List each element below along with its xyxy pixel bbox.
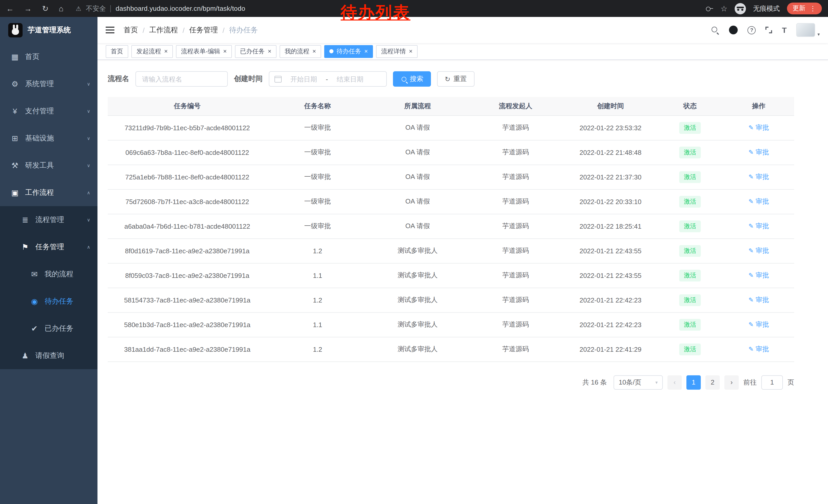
sidebar-item-process-manage[interactable]: ≣流程管理∨ (0, 206, 97, 233)
approve-link[interactable]: ✎审批 (748, 246, 769, 255)
goto-page-input[interactable] (761, 375, 783, 390)
close-icon[interactable]: × (313, 48, 316, 54)
breadcrumb-item[interactable]: 任务管理 (189, 26, 218, 35)
date-range-picker[interactable]: - (269, 71, 387, 87)
page-size-select[interactable]: 10条/页 ▾ (614, 375, 663, 390)
bookmark-star-icon[interactable]: ☆ (720, 4, 728, 13)
tab-item[interactable]: 流程详情× (376, 45, 418, 58)
calendar-icon (275, 76, 282, 82)
edit-icon: ✎ (748, 321, 754, 328)
close-icon[interactable]: × (364, 48, 368, 54)
close-icon[interactable]: × (223, 48, 227, 54)
hamburger-icon[interactable] (106, 27, 114, 33)
sidebar-item-devtools[interactable]: ⚒研发工具∨ (0, 152, 97, 179)
close-icon[interactable]: × (164, 48, 168, 54)
warning-icon: ⚠ (76, 5, 81, 12)
page-button-1[interactable]: 1 (687, 375, 701, 390)
start-date-input[interactable] (285, 75, 323, 83)
cell-status: 激活 (657, 337, 723, 362)
task-table: 任务编号任务名称所属流程流程发起人创建时间状态操作 73211d9d-7b9b-… (108, 97, 794, 362)
sidebar-item-payment[interactable]: ¥支付管理∨ (0, 97, 97, 125)
home-icon[interactable]: ⌂ (59, 4, 64, 13)
payment-icon: ¥ (9, 107, 20, 116)
tab-item[interactable]: 首页 (106, 45, 128, 58)
approve-link[interactable]: ✎审批 (748, 345, 769, 354)
font-size-icon[interactable]: T (782, 26, 787, 34)
process-name-label: 流程名 (108, 74, 129, 84)
sidebar-item-home[interactable]: ▦首页 (0, 43, 97, 70)
approve-link[interactable]: ✎审批 (748, 123, 769, 132)
sidebar-item-my-process[interactable]: ✉我的流程 (0, 261, 97, 288)
address-bar[interactable]: ⚠ 不安全 dashboard.yudao.iocoder.cn/bpm/tas… (76, 4, 245, 13)
cell-task-name: 一级审批 (267, 165, 368, 189)
search-icon[interactable] (711, 26, 719, 34)
menu-dots-icon[interactable]: ⋮ (810, 5, 816, 12)
cell-task-name: 1.1 (267, 263, 368, 288)
app-logo[interactable]: 芋道管理系统 (0, 17, 97, 43)
cell-action: ✎审批 (723, 288, 794, 312)
next-page-button[interactable]: › (724, 375, 739, 390)
key-icon[interactable] (705, 4, 713, 12)
approve-link[interactable]: ✎审批 (748, 295, 769, 305)
tab-item[interactable]: 发起流程× (131, 45, 173, 58)
approve-link[interactable]: ✎审批 (748, 172, 769, 182)
tab-label: 流程详情 (381, 47, 406, 56)
approve-link[interactable]: ✎审批 (748, 271, 769, 280)
github-icon[interactable] (729, 26, 738, 34)
caret-down-icon: ▾ (818, 32, 820, 37)
edit-icon: ✎ (748, 173, 754, 180)
page-button-2[interactable]: 2 (705, 375, 720, 390)
sidebar-item-todo-task[interactable]: ◉待办任务 (0, 288, 97, 315)
prev-page-button[interactable]: ‹ (667, 375, 682, 390)
search-button[interactable]: 搜索 (393, 71, 431, 87)
cell-status: 激活 (657, 140, 723, 165)
chevron-down-icon: ∨ (87, 217, 90, 222)
cell-task-name: 1.2 (267, 337, 368, 362)
approve-link[interactable]: ✎审批 (748, 222, 769, 231)
user-avatar[interactable]: ▾ (796, 23, 820, 37)
leave-query-icon: ♟ (19, 351, 31, 360)
sidebar-item-system[interactable]: ⚙系统管理∨ (0, 70, 97, 97)
goto-label: 前往 (743, 378, 757, 387)
close-icon[interactable]: × (268, 48, 272, 54)
cell-initiator: 芋道源码 (467, 288, 564, 312)
end-date-input[interactable] (331, 75, 369, 83)
sidebar-item-leave-query[interactable]: ♟请假查询 (0, 342, 97, 369)
sidebar-item-task-manage[interactable]: ⚑任务管理∧ (0, 233, 97, 261)
fullscreen-icon[interactable] (766, 27, 772, 33)
approve-link[interactable]: ✎审批 (748, 320, 769, 329)
process-name-input[interactable] (135, 71, 228, 87)
sidebar-item-done-task[interactable]: ✔已办任务 (0, 315, 97, 342)
breadcrumb-item[interactable]: 首页 (124, 26, 138, 35)
sidebar-item-workflow[interactable]: ▣工作流程∧ (0, 179, 97, 206)
cell-initiator: 芋道源码 (467, 189, 564, 214)
breadcrumb-item[interactable]: 工作流程 (149, 26, 178, 35)
approve-label: 审批 (756, 123, 769, 132)
chevron-up-icon: ∧ (87, 190, 90, 195)
sidebar-item-infrastructure[interactable]: ⊞基础设施∨ (0, 125, 97, 152)
tab-item[interactable]: 我的流程× (280, 45, 321, 58)
help-icon[interactable]: ? (748, 26, 756, 34)
status-badge: 激活 (679, 196, 701, 208)
edit-icon: ✎ (748, 198, 754, 205)
tab-item[interactable]: 待办任务× (324, 45, 373, 58)
tab-item[interactable]: 流程表单-编辑× (176, 45, 232, 58)
tab-label: 流程表单-编辑 (181, 47, 220, 56)
refresh-icon[interactable]: ↻ (42, 4, 48, 13)
back-icon[interactable]: ← (6, 4, 14, 13)
tab-item[interactable]: 已办任务× (235, 45, 277, 58)
reset-button[interactable]: ↻ 重置 (437, 71, 474, 87)
cell-task-name: 1.2 (267, 238, 368, 263)
workflow-icon: ▣ (9, 188, 20, 197)
close-icon[interactable]: × (409, 48, 412, 54)
update-button[interactable]: 更新 ⋮ (787, 3, 822, 14)
logo-image (8, 23, 23, 37)
approve-link[interactable]: ✎审批 (748, 197, 769, 206)
table-row: 381aa1dd-7ac8-11ec-a9e2-a2380e71991a1.2测… (108, 337, 794, 362)
cell-created-time: 2022-01-22 21:37:30 (564, 165, 657, 189)
forward-icon[interactable]: → (24, 4, 32, 13)
approve-link[interactable]: ✎审批 (748, 148, 769, 157)
sidebar-item-label: 请假查询 (35, 351, 64, 360)
cell-task-name: 一级审批 (267, 189, 368, 214)
cell-action: ✎审批 (723, 312, 794, 337)
